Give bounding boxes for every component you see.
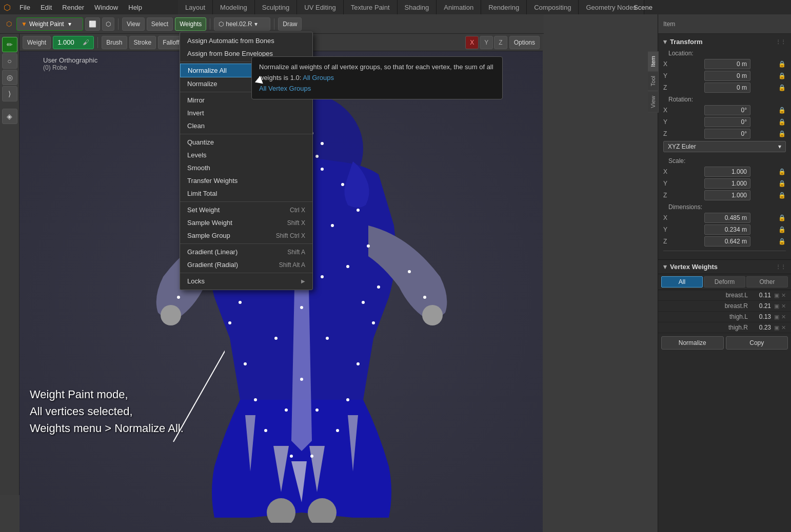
vw-remove-icon-1[interactable]: ✕ xyxy=(781,303,786,310)
brush-dropdown[interactable]: Brush xyxy=(102,36,127,49)
icon-btn-2[interactable]: ⬡ xyxy=(102,17,114,31)
ws-tab-modeling[interactable]: Modeling xyxy=(213,0,255,14)
dim-x-value[interactable]: 0.485 m xyxy=(704,213,750,223)
left-toolbar: ✏ ○ ◎ ⟩ ◈ xyxy=(0,34,19,495)
rot-y-lock-icon[interactable]: 🔒 xyxy=(778,118,786,126)
vw-tab-deform[interactable]: Deform xyxy=(704,276,745,288)
vw-remove-icon-2[interactable]: ✕ xyxy=(781,314,786,320)
mode-selector[interactable]: ▼ Weight Paint ▾ xyxy=(16,17,83,31)
menu-gradient-radial[interactable]: Gradient (Radial) Shift Alt A xyxy=(180,258,312,271)
menu-assign-auto[interactable]: Assign Automatic from Bones xyxy=(180,34,312,47)
rot-x-lock-icon[interactable]: 🔒 xyxy=(778,107,786,114)
scale-z-lock-icon[interactable]: 🔒 xyxy=(778,192,786,199)
x-constraint[interactable]: X xyxy=(465,36,479,49)
vw-select-icon-0[interactable]: ▣ xyxy=(774,292,779,299)
scale-x-lock-icon[interactable]: 🔒 xyxy=(778,168,786,175)
y-constraint[interactable]: Y xyxy=(480,36,493,49)
rot-z-lock-icon[interactable]: 🔒 xyxy=(778,130,786,137)
menu-sample-weight[interactable]: Sample Weight Shift X xyxy=(180,216,312,229)
loc-y-lock-icon[interactable]: 🔒 xyxy=(778,72,786,79)
loc-y-input[interactable]: 0 m xyxy=(704,71,750,81)
rot-x-input[interactable]: 0° xyxy=(704,105,750,115)
menu-transfer-weights[interactable]: Transfer Weights xyxy=(180,174,312,187)
object-name[interactable]: ⬡ heel.02.R ▾ xyxy=(214,17,270,31)
menu-file[interactable]: File xyxy=(14,2,35,13)
dim-y-value[interactable]: 0.234 m xyxy=(704,224,750,235)
tool-smear[interactable]: ⟩ xyxy=(2,86,17,101)
select-menu[interactable]: Select xyxy=(147,17,173,31)
vw-row-1: breast.R 0.21 ▣ ✕ xyxy=(658,301,791,312)
loc-z-input[interactable]: 0 m xyxy=(704,83,750,93)
vw-remove-icon-3[interactable]: ✕ xyxy=(781,324,786,331)
menu-window[interactable]: Window xyxy=(89,2,123,13)
transform-header[interactable]: ▾ Transform ⋮⋮ xyxy=(663,38,786,46)
menu-sample-group[interactable]: Sample Group Shift Ctrl X xyxy=(180,229,312,242)
vw-remove-icon-0[interactable]: ✕ xyxy=(781,292,786,299)
menu-edit[interactable]: Edit xyxy=(35,2,57,13)
normalize-btn[interactable]: Normalize xyxy=(661,336,724,350)
ws-tab-animation[interactable]: Animation xyxy=(437,0,481,14)
tooltip-text: Normalize all weights of all vertex grou… xyxy=(259,63,493,81)
options-btn[interactable]: Options xyxy=(509,36,540,49)
ws-tab-sculpting[interactable]: Sculpting xyxy=(255,0,297,14)
vw-select-icon-2[interactable]: ▣ xyxy=(774,314,779,320)
rot-y-input[interactable]: 0° xyxy=(704,117,750,127)
n-tab-tool[interactable]: Tool xyxy=(648,71,659,91)
rot-z-input[interactable]: 0° xyxy=(704,129,750,139)
scale-x-input[interactable]: 1.000 xyxy=(704,167,750,177)
scale-y-input[interactable]: 1.000 xyxy=(704,178,750,189)
menu-quantize[interactable]: Quantize xyxy=(180,136,312,149)
ws-tab-uv-editing[interactable]: UV Editing xyxy=(297,0,343,14)
tool-blur[interactable]: ○ xyxy=(2,53,17,69)
ws-tab-texture-paint[interactable]: Texture Paint xyxy=(344,0,398,14)
draw-mode-btn[interactable]: Draw xyxy=(278,17,302,31)
rotation-mode-select[interactable]: XYZ Euler ▾ xyxy=(663,141,786,152)
menu-locks[interactable]: Locks xyxy=(180,275,312,288)
menu-sep-4 xyxy=(180,201,312,202)
vw-select-icon-1[interactable]: ▣ xyxy=(774,303,779,310)
weight-value-field[interactable]: 1.000 🖌 xyxy=(53,36,94,49)
z-constraint[interactable]: Z xyxy=(494,36,507,49)
loc-x-input[interactable]: 0 m xyxy=(704,59,750,69)
menu-limit-total[interactable]: Limit Total xyxy=(180,187,312,200)
ws-tab-rendering[interactable]: Rendering xyxy=(481,0,527,14)
view-menu[interactable]: View xyxy=(122,17,145,31)
n-tab-view[interactable]: View xyxy=(648,91,659,113)
icon-btn-1[interactable]: ⬜ xyxy=(85,17,100,31)
menu-set-weight[interactable]: Set Weight Ctrl X xyxy=(180,203,312,216)
menu-help[interactable]: Help xyxy=(123,2,147,13)
ws-tab-compositing[interactable]: Compositing xyxy=(527,0,579,14)
menu-invert[interactable]: Invert xyxy=(180,107,312,119)
menu-levels[interactable]: Levels xyxy=(180,149,312,161)
scale-y-lock-icon[interactable]: 🔒 xyxy=(778,180,786,187)
stroke-dropdown[interactable]: Stroke xyxy=(129,36,156,49)
vw-select-icon-3[interactable]: ▣ xyxy=(774,324,779,331)
tool-sample[interactable]: ◈ xyxy=(2,109,17,124)
dim-z-value[interactable]: 0.642 m xyxy=(704,236,750,247)
tool-draw[interactable]: ✏ xyxy=(2,37,17,52)
menu-clean[interactable]: Clean xyxy=(180,119,312,132)
ws-tab-shading[interactable]: Shading xyxy=(398,0,437,14)
dim-y-lock[interactable]: 🔒 xyxy=(778,226,786,233)
loc-z-lock-icon[interactable]: 🔒 xyxy=(778,84,786,91)
loc-x-lock-icon[interactable]: 🔒 xyxy=(778,60,786,68)
tooltip-link1[interactable]: All Groups xyxy=(303,74,334,81)
vertex-weights-header[interactable]: ▾ Vertex Weights ⋮⋮ xyxy=(658,260,791,274)
menu-gradient-linear[interactable]: Gradient (Linear) Shift A xyxy=(180,245,312,258)
scale-z-input[interactable]: 1.000 xyxy=(704,190,750,200)
weights-menu-btn[interactable]: Weights xyxy=(175,17,206,31)
dim-x-lock[interactable]: 🔒 xyxy=(778,214,786,221)
menu-smooth[interactable]: Smooth xyxy=(180,161,312,174)
ws-tab-layout[interactable]: Layout xyxy=(178,0,213,14)
xyz-constraint: X Y Z xyxy=(465,36,507,49)
menu-render[interactable]: Render xyxy=(57,2,89,13)
tool-average[interactable]: ◎ xyxy=(2,70,17,85)
vw-tab-other[interactable]: Other xyxy=(746,276,788,288)
tooltip-link2[interactable]: All Vertex Groups xyxy=(259,85,311,92)
dim-z-lock[interactable]: 🔒 xyxy=(778,238,786,245)
copy-btn[interactable]: Copy xyxy=(726,336,788,350)
vw-tab-all[interactable]: All xyxy=(661,276,703,288)
rotation-mode-label: XYZ Euler xyxy=(668,143,696,150)
vw-val-1: 0.21 xyxy=(753,302,771,310)
n-tab-item[interactable]: Item xyxy=(648,51,659,71)
